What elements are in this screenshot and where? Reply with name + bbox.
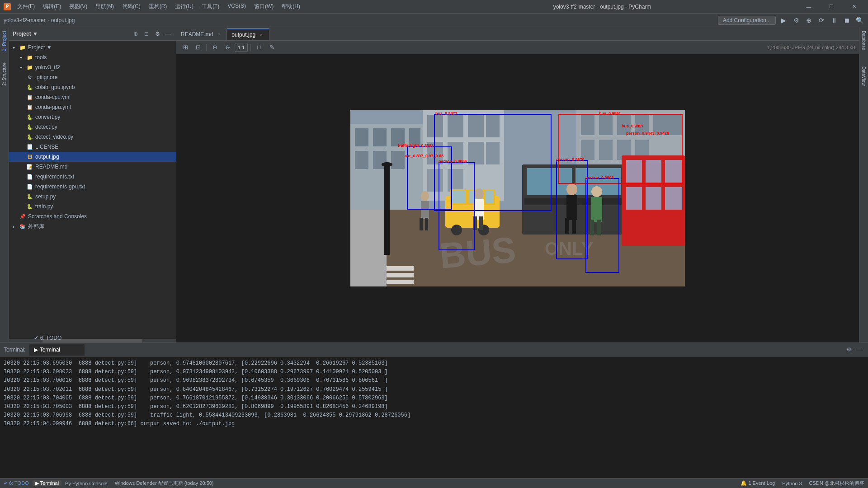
zoom-level[interactable]: 1:1 [235,43,248,52]
menu-item-v[interactable]: 视图(V) [66,2,91,11]
menu-item-r[interactable]: 重构(R) [145,2,171,11]
svg-rect-68 [566,195,577,220]
todo-tab[interactable]: ✔ 6: TODO [4,480,29,486]
tree-item-colab-gpu-ipynb[interactable]: 🐍colab_gpu.ipynb [9,82,176,92]
tree-item-tools[interactable]: ▾📁tools [9,52,176,62]
tree-item-detect-py[interactable]: 🐍detect.py [9,122,176,132]
tree-item-conda-gpu-yml[interactable]: 📋conda-gpu.yml [9,102,176,112]
txt-icon: 📄 [26,173,33,180]
menu-item-vcss[interactable]: VCS(S) [224,2,250,11]
svg-rect-61 [473,216,477,230]
tree-item-label: requirements.txt [35,174,74,180]
svg-rect-38 [384,164,390,255]
close-panel-button[interactable]: — [164,30,172,38]
py-icon: 🐍 [26,133,33,141]
database-tab[interactable]: Database [860,27,867,54]
editor-tab-output[interactable]: output.jpg× [227,28,269,40]
project-header: Project ▼ ⊕ ⊟ ⚙ — [9,27,176,41]
svg-rect-18 [486,142,500,164]
tree-item-license[interactable]: 📃LICENSE [9,142,176,152]
fit-screen-button[interactable]: ⊞ [180,42,191,53]
toggle-grid-button[interactable]: □ [254,42,264,53]
editor-tab-readme[interactable]: README.md× [176,28,227,40]
tree-item-convert-py[interactable]: 🐍convert.py [9,112,176,122]
dataview-tab[interactable]: DataView [860,63,867,89]
menu-item-h[interactable]: 帮助(H) [278,2,304,11]
tab-project[interactable]: 1: Project [1,29,8,53]
search-button[interactable]: 🔍 [854,15,864,25]
detection-image: BUS ONLY [350,110,685,286]
collapse-all-button[interactable]: ⊟ [142,30,151,38]
tree-item-yolov3-tf2[interactable]: ▾📁yolov3_tf2 [9,62,176,72]
pencil-button[interactable]: ✎ [266,42,277,53]
svg-rect-42 [452,191,466,203]
actual-size-button[interactable]: ⊡ [193,42,203,53]
svg-rect-76 [387,273,414,277]
tab-structure[interactable]: 2: Structure [1,61,8,88]
zoom-in-button[interactable]: ⊕ [209,42,220,53]
breadcrumb: yolov3-tf2-master › output.jpg [4,17,75,23]
image-viewer[interactable]: BUS ONLY [176,54,859,343]
svg-point-39 [382,162,392,167]
terminal-tab[interactable]: ▶ Terminal [33,480,61,486]
menu-item-n[interactable]: 导航(N) [92,2,118,11]
tree-item-conda-cpu-yml[interactable]: 📋conda-cpu.yml [9,92,176,102]
pause-button[interactable]: ⏸ [829,15,839,25]
title-bar: P 文件(F)编辑(E)视图(V)导航(N)代码(C)重构(R)运行(U)工具(… [0,0,868,14]
profile-button[interactable]: ⟳ [816,15,826,25]
breadcrumb-project[interactable]: yolov3-tf2-master [4,17,46,23]
menu-item-e[interactable]: 编辑(E) [39,2,65,11]
tree-item-train-py[interactable]: 🐍train.py [9,202,176,211]
minimize-button[interactable]: — [798,0,819,14]
terminal-line: I0320 22:15:03.698023 6888 detect.py:59]… [4,368,864,376]
terminal-line: I0320 22:15:03.700016 6888 detect.py:59]… [4,376,864,385]
tab-close-output[interactable]: × [258,32,264,38]
minimize-panel-button[interactable]: — [855,345,864,354]
bottom-tab-todo[interactable]: ✔6: TODO [29,332,85,344]
tree-item----[interactable]: ▸📚外部库 [9,221,176,231]
tree-item-detect-video-py[interactable]: 🐍detect_video.py [9,132,176,142]
tree-item-scratches-and-consoles[interactable]: 📌Scratches and Consoles [9,211,176,221]
terminal-settings-button[interactable]: ⚙ [844,345,854,354]
run-button[interactable]: ▶ [778,15,788,25]
tree-item-label: train.py [35,203,53,210]
folder-icon: 📁 [19,44,26,51]
python-console-tab[interactable]: Py Python Console [65,481,108,486]
zoom-out-button[interactable]: ⊖ [222,42,233,53]
tree-item-readme-md[interactable]: 📝README.md [9,162,176,172]
menu-item-c[interactable]: 代码(C) [118,2,144,11]
add-configuration-button[interactable]: Add Configuration... [718,16,776,25]
svg-rect-77 [387,280,414,284]
svg-rect-73 [590,220,594,235]
svg-rect-75 [387,266,414,271]
stop-button[interactable]: ⏹ [842,15,852,25]
tree-item--gitignore[interactable]: ⚙.gitignore [9,72,176,82]
scratches-icon: 📌 [19,213,26,220]
bottom-tab-terminal[interactable]: ▶Terminal [29,344,85,356]
tree-item-requirements-gpu-txt[interactable]: 📄requirements-gpu.txt [9,182,176,192]
menu-item-f[interactable]: 文件(F) [14,2,38,11]
breadcrumb-file[interactable]: output.jpg [51,17,75,23]
py-icon: 🐍 [26,203,33,210]
coverage-button[interactable]: ⊕ [804,15,814,25]
tree-item-project--[interactable]: ▾📁Project ▼ [9,42,176,52]
close-button[interactable]: ✕ [844,0,864,14]
menu-item-u[interactable]: 运行(U) [171,2,197,11]
tree-item-requirements-txt[interactable]: 📄requirements.txt [9,172,176,182]
svg-text:ONLY: ONLY [545,239,594,258]
svg-rect-29 [599,140,613,160]
terminal-title-text: Terminal: [4,347,26,353]
tree-item-output-jpg[interactable]: 🖼output.jpg [9,152,176,162]
event-log[interactable]: 🔔 1 Event Log [741,480,775,486]
menu-item-w[interactable]: 窗口(W) [250,2,277,11]
tree-item-setup-py[interactable]: 🐍setup.py [9,192,176,202]
tab-close-readme[interactable]: × [216,31,222,38]
maximize-button[interactable]: ☐ [821,0,842,14]
terminal-content[interactable]: I0320 22:15:03.695030 6888 detect.py:59]… [0,357,868,478]
menu-item-t[interactable]: 工具(T) [198,2,223,11]
settings-button[interactable]: ⚙ [153,30,161,38]
debug-button[interactable]: ⚙ [791,15,801,25]
py-icon: 🐍 [26,193,33,200]
locate-file-button[interactable]: ⊕ [132,30,140,38]
yml-icon: 📋 [26,94,33,101]
